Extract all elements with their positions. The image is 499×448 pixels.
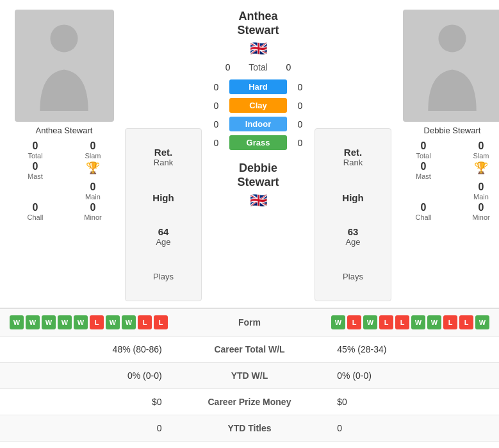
right-chall-label: Chall xyxy=(415,213,431,221)
total-label: Total xyxy=(249,62,268,72)
right-chall-value: 0 xyxy=(421,202,427,213)
right-chall-stat: 0 Chall xyxy=(401,202,446,221)
right-mast-stat: 0 Mast xyxy=(401,161,446,180)
stat-cell-center: Career Total W/L xyxy=(175,336,325,363)
right-middle-panel: Ret. Rank High 63 Age Plays xyxy=(315,128,391,301)
form-badge: L xyxy=(379,315,393,329)
form-label: Form xyxy=(231,317,269,328)
right-mast-label: Mast xyxy=(416,172,431,180)
left-age-value: 64 xyxy=(158,226,169,237)
right-main-stat: 0 Main xyxy=(459,181,499,201)
hard-row: 0 Hard 0 xyxy=(208,79,308,94)
right-total-stat: 0 Total xyxy=(401,140,446,160)
stat-cell-center: YTD W/L xyxy=(175,363,325,389)
grass-row: 0 Grass 0 xyxy=(208,135,308,150)
clay-left: 0 xyxy=(208,101,224,111)
form-badge: L xyxy=(138,315,152,329)
right-slam-value: 0 xyxy=(479,140,484,152)
center-area: AntheaStewart 🇬🇧 0 Total 0 0 Hard 0 0 Cl… xyxy=(205,10,311,301)
center-right-name: DebbieStewart xyxy=(237,162,279,189)
grass-badge: Grass xyxy=(229,135,287,150)
grass-left: 0 xyxy=(208,138,224,148)
total-right-value: 0 xyxy=(281,62,297,72)
right-minor-label: Minor xyxy=(472,213,490,221)
hard-badge: Hard xyxy=(229,79,287,94)
left-rank-label: Rank xyxy=(154,158,173,169)
stat-cell-left: $0 xyxy=(0,389,175,415)
stat-cell-left: 0 xyxy=(0,415,175,442)
form-badge: L xyxy=(395,315,409,329)
indoor-right: 0 xyxy=(292,119,308,129)
right-player-name: Debbie Stewart xyxy=(424,126,481,135)
form-badge: L xyxy=(459,315,473,329)
left-rank-block: Ret. Rank xyxy=(154,147,173,169)
left-slam-stat: 0 Slam xyxy=(70,140,115,160)
player-section: Anthea Stewart 0 Total 0 Slam 0 Mast 🏆 xyxy=(0,0,499,308)
left-high-block: High xyxy=(152,192,174,203)
right-trophy-icon-area: 🏆 xyxy=(459,161,499,180)
svg-point-0 xyxy=(50,24,78,52)
left-main-label: Main xyxy=(85,193,101,201)
stat-cell-left: 0% (0-0) xyxy=(0,363,175,389)
left-slam-label: Slam xyxy=(85,152,101,160)
table-row: $0Career Prize Money$0 xyxy=(0,389,499,415)
left-trophy-icon: 🏆 xyxy=(86,161,100,175)
right-total-label: Total xyxy=(416,152,430,160)
left-form-badges: WWWWWLWWLL xyxy=(10,315,168,329)
left-player-name: Anthea Stewart xyxy=(36,126,93,135)
right-age-value: 63 xyxy=(348,226,359,237)
left-chall-stat: 0 Chall xyxy=(13,202,58,221)
right-rank-block: Ret. Rank xyxy=(343,147,363,169)
form-badge: W xyxy=(331,315,345,329)
right-rank-value: Ret. xyxy=(344,147,362,158)
left-age-label: Age xyxy=(156,237,170,248)
left-minor-label: Minor xyxy=(84,213,102,221)
right-trophy-icon: 🏆 xyxy=(474,161,488,175)
left-mast-value: 0 xyxy=(33,161,38,172)
left-trophy-icon-area: 🏆 xyxy=(70,161,115,180)
total-left-value: 0 xyxy=(220,62,236,72)
right-main-label: Main xyxy=(473,193,489,201)
total-row: 0 Total 0 xyxy=(208,62,308,72)
form-badge: W xyxy=(411,315,425,329)
stat-cell-right: $0 xyxy=(324,389,499,415)
form-badge: L xyxy=(443,315,457,329)
left-stats-grid: 0 Total 0 Slam 0 Mast 🏆 0 Main xyxy=(6,140,122,221)
indoor-left: 0 xyxy=(208,119,224,129)
clay-row: 0 Clay 0 xyxy=(208,98,308,113)
left-main-value: 0 xyxy=(90,181,96,193)
stat-cell-right: 45% (28-34) xyxy=(324,336,499,363)
main-container: Anthea Stewart 0 Total 0 Slam 0 Mast 🏆 xyxy=(0,0,499,442)
right-player-photo xyxy=(403,10,500,122)
form-badge: L xyxy=(347,315,361,329)
form-badge: W xyxy=(10,315,24,329)
left-total-label: Total xyxy=(28,152,42,160)
left-middle-panel: Ret. Rank High 64 Age Plays xyxy=(125,128,202,301)
left-total-value: 0 xyxy=(33,140,38,152)
stats-table: 48% (80-86)Career Total W/L45% (28-34)0%… xyxy=(0,336,499,442)
left-minor-value: 0 xyxy=(90,202,96,213)
left-chall-label: Chall xyxy=(27,213,43,221)
left-player-photo xyxy=(15,10,114,122)
table-row: 0YTD Titles0 xyxy=(0,415,499,442)
hard-left: 0 xyxy=(208,82,224,92)
stat-cell-center: YTD Titles xyxy=(175,415,325,442)
left-age-block: 64 Age xyxy=(156,226,170,248)
left-chall-value: 0 xyxy=(33,202,38,213)
left-plays-block: Plays xyxy=(153,272,174,283)
form-section: WWWWWLWWLL Form WLWLLWWLLW xyxy=(0,308,499,336)
table-row: 0% (0-0)YTD W/L0% (0-0) xyxy=(0,363,499,389)
right-age-label: Age xyxy=(345,237,360,248)
form-badge: W xyxy=(58,315,72,329)
right-stats-grid: 0 Total 0 Slam 0 Mast 🏆 0 Main xyxy=(395,140,499,221)
clay-badge: Clay xyxy=(229,98,287,113)
left-main-stat: 0 Main xyxy=(70,181,115,201)
form-badge: W xyxy=(363,315,377,329)
indoor-row: 0 Indoor 0 xyxy=(208,117,308,131)
left-plays-label: Plays xyxy=(153,272,174,283)
hard-right: 0 xyxy=(292,82,308,92)
right-rank-label: Rank xyxy=(343,158,363,169)
stat-cell-right: 0% (0-0) xyxy=(324,363,499,389)
left-mast-stat: 0 Mast xyxy=(13,161,58,180)
right-plays-label: Plays xyxy=(343,272,363,283)
